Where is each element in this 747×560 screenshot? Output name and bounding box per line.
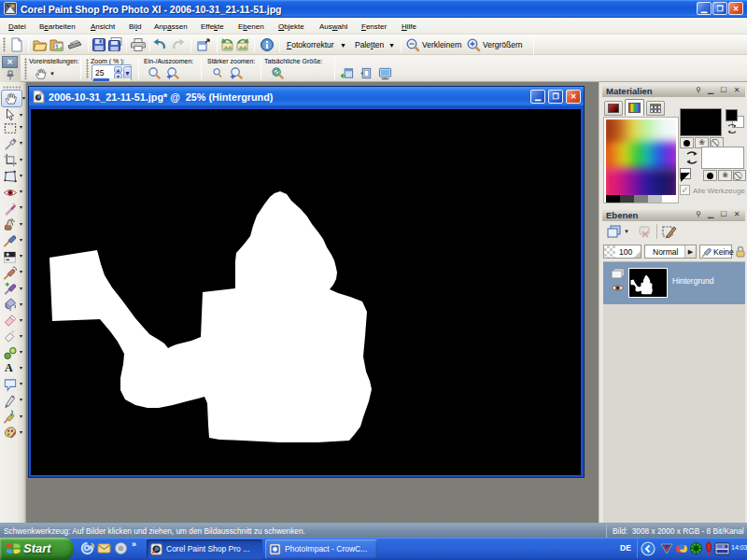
svg-text:DOM: DOM (717, 545, 725, 549)
